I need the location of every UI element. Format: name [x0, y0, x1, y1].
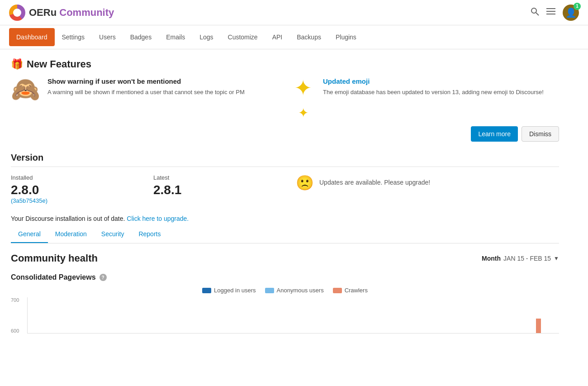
- upgrade-link[interactable]: Click here to upgrade.: [127, 215, 189, 222]
- nav-logs[interactable]: Logs: [192, 28, 220, 46]
- legend-crawlers: Crawlers: [333, 287, 368, 294]
- feature-1-description: A warning will be shown if mentioned a u…: [47, 88, 245, 97]
- community-health-title: Community health: [11, 253, 98, 264]
- user-avatar[interactable]: 👤 1: [563, 5, 579, 21]
- notification-badge: 1: [574, 3, 581, 10]
- legend-anon-label: Anonymous users: [277, 287, 324, 294]
- tab-general[interactable]: General: [11, 226, 48, 243]
- bar-group-26: [456, 297, 473, 333]
- outofdate-notice: Your Discourse installation is out of da…: [11, 215, 559, 222]
- bar-group-15: [268, 297, 285, 333]
- new-features-label: New Features: [27, 58, 91, 70]
- latest-label: Latest: [153, 174, 285, 181]
- nav-dashboard[interactable]: Dashboard: [9, 28, 55, 46]
- tab-reports[interactable]: Reports: [131, 226, 168, 243]
- admin-nav: Dashboard Settings Users Badges Emails L…: [0, 25, 588, 49]
- tab-moderation[interactable]: Moderation: [48, 226, 94, 243]
- bar-group-22: [388, 297, 404, 333]
- gift-icon: 🎁: [11, 58, 23, 70]
- chart-legend: Logged in users Anonymous users Crawlers: [11, 287, 559, 294]
- tab-security[interactable]: Security: [94, 226, 132, 243]
- date-range-selector[interactable]: Month JAN 15 - FEB 15 ▼: [482, 255, 559, 262]
- feature-2-content: Updated emoji The emoji database has bee…: [323, 77, 544, 97]
- nav-plugins[interactable]: Plugins: [328, 28, 364, 46]
- version-grid: Installed 2.8.0 (3a5b75435e) Latest 2.8.…: [11, 174, 559, 204]
- bar-group-8: [148, 297, 165, 333]
- feature-2: ✦✦ Updated emoji The emoji database has …: [290, 77, 559, 121]
- chart-container: 700 600: [11, 297, 559, 334]
- monkey-emoji: 🙈: [11, 77, 40, 101]
- bar-group-27: [474, 297, 490, 333]
- bar-group-24: [422, 297, 438, 333]
- bar-group-12: [217, 297, 233, 333]
- bar-group-19: [337, 297, 353, 333]
- y-label-700: 700: [11, 297, 19, 303]
- dismiss-button[interactable]: Dismiss: [522, 126, 559, 142]
- logo-community: Community: [57, 7, 114, 18]
- installed-hash[interactable]: (3a5b75435e): [11, 197, 142, 204]
- nav-badges[interactable]: Badges: [123, 28, 159, 46]
- legend-crawlers-label: Crawlers: [345, 287, 368, 294]
- bar-group-2: [46, 297, 62, 333]
- outofdate-text: Your Discourse installation is out of da…: [11, 215, 125, 222]
- hamburger-icon[interactable]: [546, 8, 555, 17]
- feature-1-title: Show warning if user won't be mentioned: [47, 77, 245, 85]
- feature-1-content: Show warning if user won't be mentioned …: [47, 77, 245, 97]
- version-section: Version Installed 2.8.0 (3a5b75435e) Lat…: [11, 152, 559, 204]
- svg-line-1: [536, 13, 539, 15]
- header-actions: 👤 1: [530, 5, 579, 21]
- chart-title: Consolidated Pageviews ?: [11, 273, 559, 281]
- installed-label: Installed: [11, 174, 142, 181]
- search-icon[interactable]: [530, 7, 539, 18]
- bar-group-14: [251, 297, 267, 333]
- latest-number: 2.8.1: [153, 183, 285, 197]
- nav-backups[interactable]: Backups: [289, 28, 328, 46]
- update-notice: 🙁 Updates are available. Please upgrade!: [296, 174, 559, 191]
- feature-2-link[interactable]: Updated emoji: [323, 77, 370, 85]
- period-label: Month: [482, 255, 501, 262]
- new-features-title: 🎁 New Features: [11, 58, 559, 70]
- bar-crawlers: [536, 319, 541, 333]
- stats-tabs: General Moderation Security Reports: [11, 226, 559, 243]
- installed-version: Installed 2.8.0 (3a5b75435e): [11, 174, 142, 204]
- bar-group-31: [542, 297, 558, 333]
- nav-users[interactable]: Users: [92, 28, 123, 46]
- nav-customize[interactable]: Customize: [221, 28, 265, 46]
- logo-icon: [9, 5, 25, 21]
- header: OERu Community 👤 1: [0, 0, 588, 25]
- logo-text: OERu Community: [29, 7, 114, 19]
- bar-group-7: [131, 297, 147, 333]
- bar-group-30: [525, 297, 541, 333]
- bar-group-4: [80, 297, 96, 333]
- bar-group-16: [285, 297, 302, 333]
- help-icon[interactable]: ?: [100, 274, 107, 281]
- sparkle-icon: ✦✦: [290, 77, 316, 121]
- community-health-header: Community health Month JAN 15 - FEB 15 ▼: [11, 253, 559, 264]
- update-emoji-icon: 🙁: [296, 174, 314, 191]
- logo-area: OERu Community: [9, 5, 114, 21]
- bar-group-20: [354, 297, 370, 333]
- feature-actions: Learn more Dismiss: [290, 126, 559, 142]
- dropdown-arrow-icon: ▼: [554, 255, 559, 262]
- y-axis-labels: 700 600: [11, 297, 19, 334]
- main-content: 🎁 New Features 🙈 Show warning if user wo…: [0, 49, 570, 343]
- installed-number: 2.8.0: [11, 183, 142, 197]
- legend-logged-in: Logged in users: [202, 287, 256, 294]
- date-range-text: JAN 15 - FEB 15: [503, 255, 551, 262]
- feature-1: 🙈 Show warning if user won't be mentione…: [11, 77, 280, 142]
- logo-oer: OERu: [29, 7, 57, 18]
- bar-group-11: [199, 297, 216, 333]
- legend-anon-color: [265, 288, 274, 293]
- bar-group-25: [439, 297, 455, 333]
- nav-emails[interactable]: Emails: [159, 28, 192, 46]
- version-title: Version: [11, 152, 559, 167]
- nav-api[interactable]: API: [265, 28, 290, 46]
- legend-crawlers-color: [333, 288, 342, 293]
- nav-settings[interactable]: Settings: [55, 28, 92, 46]
- bar-group-6: [114, 297, 130, 333]
- feature-2-wrapper: ✦✦ Updated emoji The emoji database has …: [290, 77, 559, 142]
- bar-group-3: [63, 297, 79, 333]
- learn-more-button[interactable]: Learn more: [471, 126, 518, 142]
- update-text: Updates are available. Please upgrade!: [319, 178, 430, 187]
- legend-logged-label: Logged in users: [214, 287, 256, 294]
